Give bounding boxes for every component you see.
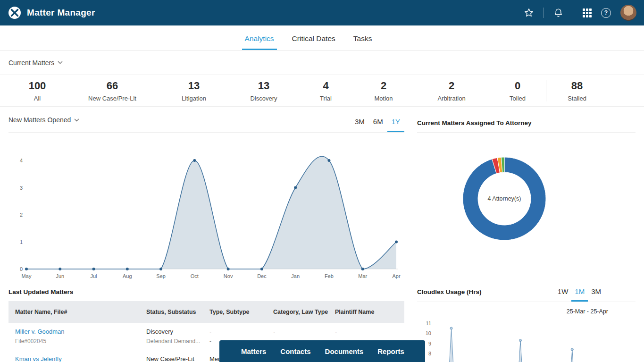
- matter-file: File#002045: [15, 338, 140, 345]
- matter-manager-dashboard: Matter Manager ? Analytics Critical Date…: [0, 0, 644, 362]
- svg-text:Aug: Aug: [123, 273, 132, 279]
- stat-all[interactable]: 100All: [8, 80, 66, 102]
- stats-row: 100All 66New Case/Pre-Lit 13Litigation 1…: [0, 75, 644, 107]
- new-matters-header: New Matters Opened 3M 6M 1Y: [8, 108, 404, 133]
- svg-text:Jun: Jun: [56, 273, 64, 279]
- col-matter-name: Matter Name, File#: [8, 309, 140, 315]
- svg-text:Feb: Feb: [325, 273, 334, 279]
- range-1y[interactable]: 1Y: [387, 118, 404, 132]
- new-matters-dropdown[interactable]: New Matters Opened: [8, 116, 79, 124]
- usage-section-header: Cloudlex Usage (Hrs) 1W 1M 3M: [417, 282, 636, 302]
- svg-text:Oct: Oct: [191, 273, 199, 279]
- topbar-actions: ?: [524, 5, 636, 21]
- current-matters-dropdown[interactable]: Current Matters: [8, 59, 63, 67]
- range-3m-usage[interactable]: 3M: [588, 287, 604, 302]
- new-matters-range-tabs: 3M 6M 1Y: [351, 108, 404, 132]
- range-3m[interactable]: 3M: [351, 118, 369, 132]
- stat-discovery[interactable]: 13Discovery: [229, 80, 298, 102]
- matter-link[interactable]: Miller v. Goodman: [15, 328, 140, 335]
- nav-matters[interactable]: Matters: [241, 347, 266, 355]
- svg-text:Sep: Sep: [156, 273, 166, 279]
- svg-text:11: 11: [426, 320, 431, 326]
- usage-title: Cloudlex Usage (Hrs): [417, 288, 482, 302]
- scope-row: Current Matters: [0, 51, 644, 75]
- attorney-title: Current Matters Assigned To Attorney: [417, 119, 532, 126]
- chevron-down-icon: [58, 61, 63, 64]
- stat-motion[interactable]: 2Motion: [353, 80, 414, 102]
- divider: [544, 8, 544, 18]
- main-tabs: Analytics Critical Dates Tasks: [0, 25, 644, 51]
- range-6m[interactable]: 6M: [369, 118, 387, 132]
- attorney-donut-chart: 4 Attorney(s): [455, 149, 554, 248]
- col-category: Category, Law Type: [267, 309, 328, 315]
- stat-new-case[interactable]: 66New Case/Pre-Lit: [66, 80, 159, 102]
- last-updated-title: Last Updated Matters: [8, 288, 73, 295]
- svg-text:1: 1: [20, 239, 23, 245]
- tab-tasks[interactable]: Tasks: [351, 34, 375, 50]
- usage-date-range: 25-Mar - 25-Apr: [417, 308, 636, 315]
- bell-icon[interactable]: [553, 8, 563, 18]
- tab-critical-dates[interactable]: Critical Dates: [289, 34, 338, 50]
- new-matters-title: New Matters Opened: [8, 116, 71, 124]
- svg-text:2: 2: [20, 212, 23, 218]
- bottom-nav: Matters Contacts Documents Reports: [219, 340, 425, 362]
- svg-text:9: 9: [428, 341, 431, 346]
- svg-text:0: 0: [20, 266, 23, 272]
- brand: Matter Manager: [8, 6, 95, 20]
- svg-text:Dec: Dec: [257, 273, 267, 279]
- svg-text:Jul: Jul: [91, 273, 97, 279]
- svg-text:May: May: [22, 273, 32, 279]
- divider: [573, 8, 573, 18]
- svg-text:8: 8: [428, 351, 431, 356]
- svg-text:3: 3: [20, 185, 23, 191]
- svg-text:4: 4: [20, 158, 23, 163]
- table-header-row: Matter Name, File# Status, Substatus Typ…: [8, 301, 404, 323]
- usage-chart: 891011: [417, 317, 636, 362]
- apps-grid-icon[interactable]: [583, 8, 592, 17]
- help-icon[interactable]: ?: [601, 8, 611, 18]
- svg-text:10: 10: [426, 330, 431, 336]
- stat-trial[interactable]: 4Trial: [298, 80, 353, 102]
- attorney-section-header: Current Matters Assigned To Attorney: [417, 113, 636, 133]
- new-matters-chart: 01234MayJunJulAugSepOctNovDecJanFebMarAp…: [8, 138, 405, 283]
- stat-tolled[interactable]: 0Tolled: [489, 80, 546, 102]
- app-logo-icon[interactable]: [8, 6, 22, 20]
- nav-contacts[interactable]: Contacts: [280, 347, 310, 355]
- range-1m[interactable]: 1M: [571, 287, 588, 302]
- chevron-down-icon: [74, 118, 79, 122]
- app-title: Matter Manager: [27, 8, 95, 18]
- stat-arbitration[interactable]: 2Arbitration: [414, 80, 489, 102]
- col-plaintiff: Plaintiff Name: [328, 309, 404, 315]
- star-icon[interactable]: [524, 8, 534, 18]
- nav-documents[interactable]: Documents: [325, 347, 364, 355]
- stat-stalled[interactable]: 88Stalled: [546, 80, 608, 102]
- range-1w[interactable]: 1W: [554, 287, 572, 302]
- svg-text:Nov: Nov: [224, 273, 233, 279]
- nav-reports[interactable]: Reports: [377, 347, 404, 355]
- top-navbar: Matter Manager ?: [0, 0, 644, 25]
- matter-link[interactable]: Kman vs Jelenffy: [15, 355, 140, 362]
- tab-analytics[interactable]: Analytics: [242, 34, 277, 50]
- stat-litigation[interactable]: 13Litigation: [159, 80, 229, 102]
- user-avatar[interactable]: [620, 5, 636, 21]
- svg-text:Apr: Apr: [392, 273, 400, 279]
- donut-svg: [455, 149, 554, 248]
- col-status: Status, Substatus: [140, 309, 203, 315]
- svg-text:Mar: Mar: [358, 273, 367, 279]
- col-type: Type, Subtype: [203, 309, 267, 315]
- usage-range-tabs: 1W 1M 3M: [554, 282, 636, 302]
- svg-text:Jan: Jan: [291, 273, 300, 279]
- scope-label: Current Matters: [8, 59, 54, 67]
